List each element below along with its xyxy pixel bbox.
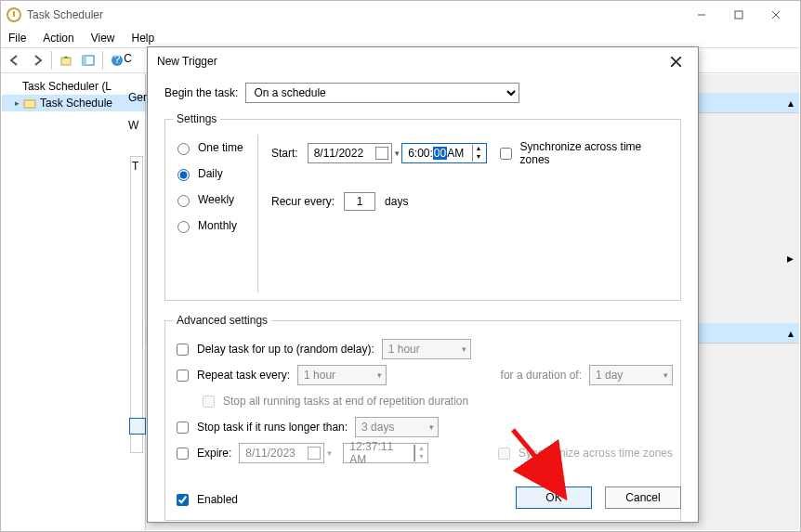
behind-dialog-fragment: C Gen W T [121, 41, 149, 524]
delay-checkbox[interactable]: Delay task for up to (random delay): [173, 341, 374, 358]
freq-daily-label: Daily [198, 167, 223, 180]
recur-unit: days [385, 195, 408, 208]
start-date-input[interactable]: 8/11/2022 ▼ [308, 143, 392, 163]
dropdown-icon[interactable]: ▼ [325, 449, 333, 458]
dialog-titlebar: New Trigger [148, 47, 698, 75]
svg-rect-4 [61, 58, 71, 65]
dialog-close-button[interactable] [663, 48, 689, 74]
clock-icon [6, 80, 19, 93]
panel-button[interactable] [78, 50, 98, 71]
tree-root-label: Task Scheduler (L [22, 80, 112, 93]
advanced-legend: Advanced settings [173, 314, 271, 327]
duration-label: for a duration of: [501, 369, 582, 382]
repeat-label: Repeat task every: [197, 369, 290, 382]
freq-one-time-label: One time [198, 141, 243, 154]
menu-file[interactable]: File [8, 32, 26, 45]
dialog-title: New Trigger [157, 55, 217, 68]
settings-group: Settings One time Daily Weekly Monthly S… [164, 112, 681, 301]
clock-icon [7, 7, 21, 22]
freq-weekly[interactable]: Weekly [173, 192, 257, 207]
recur-label: Recur every: [271, 195, 335, 208]
time-spinner[interactable]: ▲▼ [414, 445, 427, 461]
freq-daily[interactable]: Daily [173, 166, 257, 181]
forward-arrow-icon[interactable]: ▸ [787, 251, 794, 266]
freq-monthly[interactable]: Monthly [173, 218, 257, 233]
calendar-icon[interactable] [375, 147, 388, 160]
dropdown-icon[interactable]: ▼ [393, 149, 400, 158]
expire-sync-label: Synchronize across time zones [519, 447, 673, 460]
time-spinner[interactable]: ▲▼ [472, 145, 485, 162]
recur-value-input[interactable] [344, 192, 375, 211]
stop-repeat-label: Stop all running tasks at end of repetit… [223, 395, 468, 408]
tree-library-label: Task Schedule [40, 97, 112, 110]
settings-legend: Settings [173, 112, 220, 125]
expand-icon[interactable]: ▸ [15, 98, 20, 108]
menu-view[interactable]: View [91, 32, 115, 45]
window-title: Task Scheduler [27, 8, 103, 21]
stop-longer-checkbox[interactable]: Stop task if it runs longer than: [173, 419, 348, 436]
collapse-icon[interactable]: ▴ [788, 327, 794, 340]
menu-action[interactable]: Action [43, 32, 73, 45]
expire-time-input[interactable]: 12:37:11 AM ▲▼ [343, 443, 428, 463]
calendar-icon[interactable] [308, 447, 321, 460]
begin-task-select[interactable]: On a schedule [245, 83, 519, 103]
expire-label: Expire: [197, 447, 231, 460]
delay-dropdown[interactable]: 1 hour [382, 339, 471, 359]
delay-label: Delay task for up to (random delay): [197, 343, 374, 356]
svg-text:?: ? [114, 54, 121, 66]
freq-one-time[interactable]: One time [173, 140, 257, 155]
minimize-button[interactable] [683, 2, 720, 28]
behind-w: W [128, 119, 138, 132]
sync-tz-label: Synchronize across time zones [520, 140, 673, 166]
ok-button[interactable]: OK [516, 487, 592, 509]
freq-weekly-label: Weekly [198, 193, 234, 206]
start-date-value: 8/11/2022 [314, 147, 363, 160]
titlebar: Task Scheduler [1, 1, 800, 29]
expire-checkbox[interactable]: Expire: [173, 445, 231, 462]
folder-icon [23, 97, 36, 110]
expire-date-input[interactable]: 8/11/2023 ▼ [239, 443, 324, 463]
maximize-button[interactable] [720, 2, 757, 28]
stop-longer-dropdown[interactable]: 3 days [355, 417, 439, 437]
freq-monthly-label: Monthly [198, 219, 237, 232]
start-time-pre: 6:00: [408, 147, 433, 160]
enabled-label: Enabled [197, 493, 238, 506]
expire-sync-checkbox: Synchronize across time zones [494, 445, 673, 462]
duration-dropdown[interactable]: 1 day [589, 365, 673, 385]
begin-task-label: Begin the task: [164, 86, 238, 99]
start-label: Start: [271, 147, 298, 160]
svg-rect-9 [24, 100, 35, 108]
stop-repeat-checkbox: Stop all running tasks at end of repetit… [199, 393, 468, 410]
repeat-checkbox[interactable]: Repeat task every: [173, 367, 290, 384]
close-button[interactable] [757, 2, 794, 28]
back-button[interactable] [5, 50, 25, 71]
stop-longer-label: Stop task if it runs longer than: [197, 421, 348, 434]
repeat-dropdown[interactable]: 1 hour [297, 365, 387, 385]
expire-date-value: 8/11/2023 [245, 447, 295, 460]
forward-button[interactable] [27, 50, 47, 71]
expire-time-value: 12:37:11 AM [349, 440, 411, 466]
new-trigger-dialog: New Trigger Begin the task: On a schedul… [147, 46, 699, 523]
svg-rect-6 [83, 56, 86, 65]
cancel-button[interactable]: Cancel [605, 487, 681, 509]
start-time-post: AM [447, 147, 464, 160]
behind-ok-fragment [129, 418, 146, 435]
start-time-input[interactable]: 6:00:00 AM ▲▼ [401, 143, 486, 163]
up-button[interactable] [56, 50, 76, 71]
svg-rect-1 [735, 11, 742, 19]
behind-list [130, 156, 143, 453]
enabled-checkbox[interactable]: Enabled [173, 491, 238, 509]
sync-tz-checkbox[interactable]: Synchronize across time zones [496, 140, 673, 166]
behind-t: T [132, 160, 138, 173]
collapse-icon[interactable]: ▴ [788, 97, 794, 110]
start-time-sel: 00 [433, 147, 447, 160]
